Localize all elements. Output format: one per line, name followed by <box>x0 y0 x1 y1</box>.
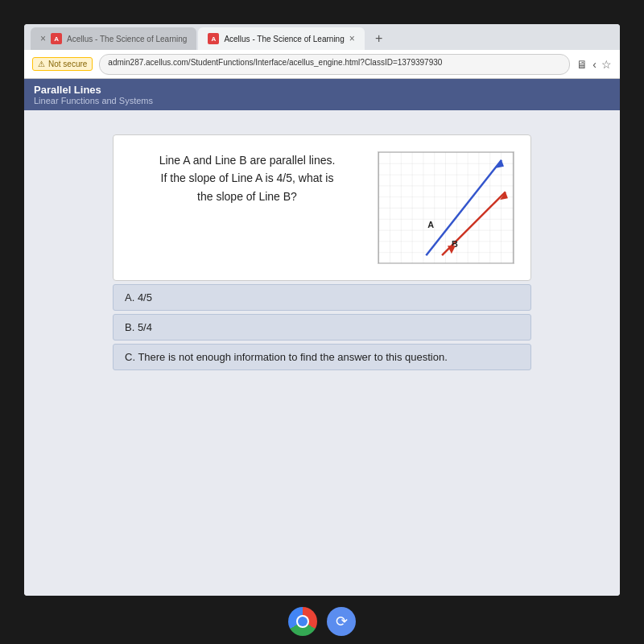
screen: × A Acellus - The Science of Learning A … <box>24 24 620 596</box>
warning-icon: ⚠ <box>38 60 45 68</box>
graph-container: A B <box>378 151 514 264</box>
main-area: Line A and Line B are parallel lines. If… <box>24 110 620 394</box>
svg-rect-1 <box>378 152 514 263</box>
tab-label-1: Acellus - The Science of Learning <box>67 35 187 43</box>
svg-text:A: A <box>427 220 434 229</box>
files-icon-glyph: ⟳ <box>336 613 348 630</box>
star-icon[interactable]: ☆ <box>601 58 612 71</box>
tab-active[interactable]: A Acellus - The Science of Learning × <box>198 27 364 50</box>
answer-option-a[interactable]: A. 4/5 <box>113 284 531 311</box>
page-title: Parallel Lines <box>34 84 610 96</box>
address-bar: ⚠ Not secure admin287.acellus.com/Studen… <box>24 50 620 79</box>
tab-label-2: Acellus - The Science of Learning <box>224 35 344 43</box>
url-field[interactable]: admin287.acellus.com/StudentFunctions/In… <box>99 54 570 75</box>
graph-svg: A B <box>378 152 514 263</box>
address-actions: 🖥 ‹ ☆ <box>576 58 612 71</box>
answer-options: A. 4/5 B. 5/4 C. There is not enough inf… <box>113 284 531 370</box>
answer-option-c[interactable]: C. There is not enough information to fi… <box>113 344 531 370</box>
security-label: Not secure <box>48 60 87 68</box>
tab-favicon-1: A <box>51 33 62 44</box>
url-text: admin287.acellus.com/StudentFunctions/In… <box>108 58 442 67</box>
chrome-taskbar-icon[interactable] <box>288 607 317 636</box>
browser-window: × A Acellus - The Science of Learning A … <box>24 24 620 596</box>
tab-inactive[interactable]: × A Acellus - The Science of Learning <box>31 27 196 50</box>
answer-b-label: B. 5/4 <box>125 321 152 333</box>
tab-bar: × A Acellus - The Science of Learning A … <box>24 24 620 50</box>
new-tab-button[interactable]: + <box>369 29 389 48</box>
question-text: Line A and Line B are parallel lines. If… <box>130 151 365 205</box>
answer-c-label: C. There is not enough information to fi… <box>125 351 448 363</box>
question-card: Line A and Line B are parallel lines. If… <box>113 134 531 281</box>
top-nav: Parallel Lines Linear Functions and Syst… <box>24 79 620 110</box>
files-taskbar-icon[interactable]: ⟳ <box>327 607 356 636</box>
answer-a-label: A. 4/5 <box>125 291 152 303</box>
page-subtitle: Linear Functions and Systems <box>34 96 610 105</box>
tab-close-active-icon[interactable]: × <box>349 33 355 44</box>
question-top: Line A and Line B are parallel lines. If… <box>130 151 514 264</box>
answer-option-b[interactable]: B. 5/4 <box>113 314 531 341</box>
page-content: Parallel Lines Linear Functions and Syst… <box>24 79 620 596</box>
security-warning: ⚠ Not secure <box>32 57 93 71</box>
back-icon[interactable]: ‹ <box>592 58 597 71</box>
cast-icon[interactable]: 🖥 <box>576 58 588 71</box>
tab-favicon-2: A <box>208 33 219 44</box>
tab-close-icon[interactable]: × <box>40 33 46 44</box>
taskbar: ⟳ <box>288 607 356 636</box>
chrome-inner-circle <box>298 617 308 626</box>
